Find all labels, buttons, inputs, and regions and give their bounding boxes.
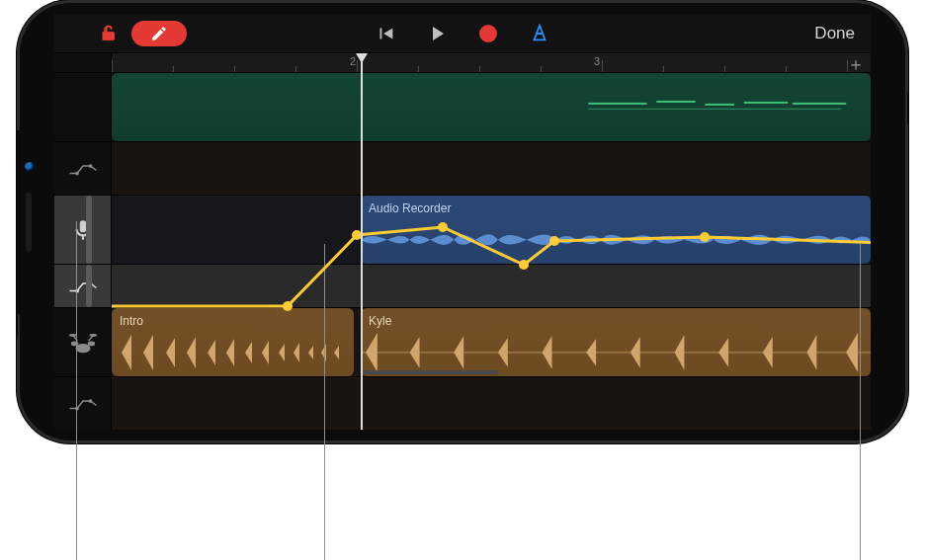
region-label: Kyle	[369, 314, 391, 328]
track-header-audio[interactable]	[54, 196, 111, 265]
svg-rect-19	[588, 109, 841, 110]
done-button[interactable]: Done	[814, 14, 855, 53]
side-button	[907, 91, 908, 124]
svg-point-2	[88, 164, 92, 168]
scroll-indicator[interactable]	[361, 370, 499, 374]
app-screen: Done	[54, 14, 871, 430]
svg-point-11	[89, 334, 97, 337]
svg-rect-20	[361, 352, 871, 354]
phone-frame: Done	[17, 0, 908, 443]
svg-point-5	[75, 343, 90, 352]
svg-point-1	[75, 171, 79, 175]
track-header-column	[54, 53, 112, 430]
svg-rect-14	[588, 103, 646, 105]
automation-icon-3[interactable]	[54, 377, 111, 430]
automation-lane-3[interactable]	[112, 377, 871, 430]
svg-point-13	[88, 399, 92, 403]
track-header-instrument-1[interactable]	[54, 73, 111, 142]
automation-icon-2[interactable]	[54, 265, 111, 308]
transport-controls	[373, 14, 552, 53]
selection-indicator	[86, 265, 92, 307]
svg-point-9	[68, 334, 76, 337]
automation-lane-2[interactable]	[112, 265, 871, 308]
selection-indicator	[86, 196, 92, 264]
drum-region-kyle[interactable]: Kyle	[361, 308, 871, 376]
metronome-button[interactable]	[527, 21, 552, 46]
drum-region-intro[interactable]: Intro	[112, 308, 354, 376]
waveform	[361, 330, 871, 375]
region-label: Audio Recorder	[369, 201, 451, 215]
ruler-spacer	[54, 53, 111, 73]
timeline: 23 ＋	[54, 53, 871, 430]
unlock-icon[interactable]	[100, 24, 120, 43]
play-button[interactable]	[424, 21, 450, 46]
tracks-area[interactable]: 23 ＋	[112, 53, 871, 430]
track-header-drums[interactable]	[54, 308, 111, 377]
edit-button[interactable]	[131, 21, 187, 46]
ruler[interactable]: 23 ＋	[112, 53, 871, 73]
svg-rect-17	[744, 102, 788, 104]
record-button[interactable]	[475, 21, 501, 46]
notch	[17, 130, 44, 314]
track-row-drums[interactable]: Intro Kyle	[112, 308, 871, 377]
waveform	[361, 217, 871, 263]
midi-region[interactable]	[112, 73, 871, 141]
svg-rect-16	[705, 104, 734, 106]
callout-line	[76, 221, 77, 560]
ruler-label: 2	[350, 55, 356, 67]
toolbar: Done	[54, 14, 871, 53]
svg-rect-18	[793, 103, 846, 105]
automation-lane-1[interactable]	[112, 142, 871, 196]
ruler-label: 3	[594, 55, 600, 67]
callout-line	[860, 244, 861, 560]
earpiece	[26, 193, 32, 252]
region-label: Intro	[120, 314, 143, 328]
track-row-instrument[interactable]	[112, 73, 871, 142]
svg-rect-15	[656, 101, 695, 103]
record-icon	[479, 25, 497, 42]
track-row-audio[interactable]: Audio Recorder	[112, 196, 871, 265]
midi-notes	[112, 95, 871, 139]
callout-line	[324, 244, 325, 560]
audio-region[interactable]: Audio Recorder	[361, 196, 871, 264]
svg-point-7	[87, 341, 95, 346]
add-track-button[interactable]: ＋	[847, 55, 865, 73]
rewind-button[interactable]	[373, 21, 398, 46]
drumkit-icon	[68, 331, 98, 355]
automation-icon-1[interactable]	[54, 142, 111, 196]
waveform	[112, 330, 354, 375]
svg-rect-0	[103, 32, 115, 40]
front-camera	[25, 162, 35, 172]
